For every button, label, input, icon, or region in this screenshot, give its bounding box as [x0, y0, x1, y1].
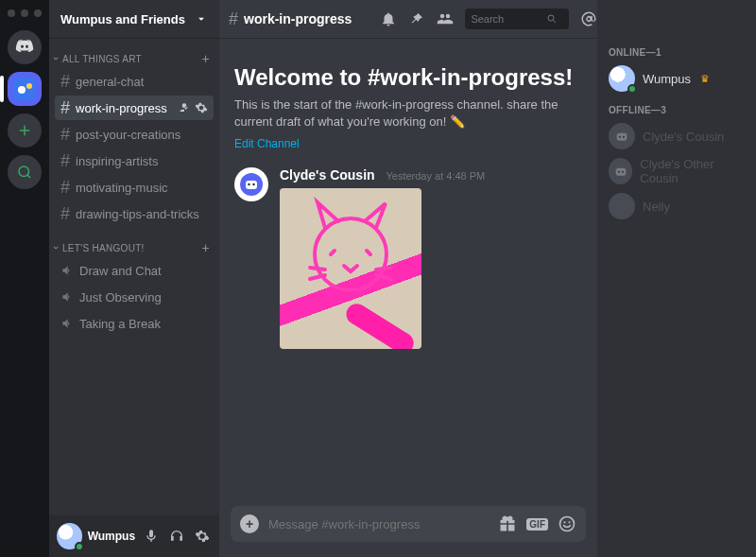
bot-avatar-icon [614, 129, 629, 144]
mentions-icon[interactable] [580, 10, 597, 27]
channel-sidebar: Wumpus and Friends ALL THINGS ART + #gen… [49, 0, 219, 557]
channel-welcome: Welcome to #work-in-progress! This is th… [234, 64, 582, 150]
channel-motivating-music[interactable]: #motivating-music [55, 175, 214, 200]
add-channel-icon[interactable]: + [202, 240, 210, 255]
svg-rect-16 [617, 133, 627, 141]
message-avatar[interactable] [234, 167, 268, 201]
server-avatar-icon [13, 78, 36, 100]
speaker-icon [60, 264, 74, 277]
message-row: Clyde's Cousin Yesterday at 4:48 PM [234, 167, 582, 349]
channel-general-chat[interactable]: #general-chat [55, 69, 214, 94]
welcome-body: This is the start of the #work-in-progre… [234, 96, 575, 130]
channel-inspiring-artists[interactable]: #inspiring-artists [55, 148, 214, 173]
crown-icon: ♛ [700, 73, 710, 85]
header-channel-name: work-in-progress [244, 11, 352, 26]
svg-rect-8 [246, 181, 257, 189]
member-wumpus[interactable]: Wumpus ♛ [605, 61, 748, 96]
svg-point-14 [563, 521, 565, 523]
compass-icon [16, 164, 33, 181]
voice-draw-and-chat[interactable]: Draw and Chat [55, 258, 214, 283]
chat-header: #work-in-progress share the current draf… [219, 0, 597, 38]
voice-taking-break[interactable]: Taking a Break [55, 311, 214, 336]
speaker-icon [60, 317, 74, 330]
speaker-icon [60, 290, 74, 304]
self-username: Wumpus [88, 530, 135, 543]
edit-channel-link[interactable]: Edit Channel [234, 137, 300, 150]
add-server-button[interactable] [8, 113, 42, 148]
message-input[interactable] [268, 517, 489, 531]
mute-button[interactable] [141, 526, 161, 547]
avatar [609, 65, 635, 92]
member-clydes-cousin[interactable]: Clyde's Cousin [605, 119, 748, 153]
members-online-header: ONLINE—1 [609, 47, 745, 58]
svg-point-15 [568, 521, 570, 523]
members-offline-header: OFFLINE—3 [609, 105, 745, 115]
svg-point-9 [248, 183, 249, 185]
discord-logo-icon [15, 38, 34, 57]
headphones-icon [169, 529, 184, 544]
plus-icon [16, 122, 33, 139]
member-nelly[interactable]: Nelly [605, 189, 748, 223]
pin-icon[interactable] [408, 10, 425, 27]
gif-button[interactable]: GIF [526, 518, 548, 531]
bot-avatar-icon [240, 173, 263, 196]
server-header[interactable]: Wumpus and Friends [49, 0, 219, 38]
add-channel-icon[interactable]: + [202, 51, 210, 66]
user-settings-button[interactable] [192, 526, 212, 547]
svg-point-10 [252, 183, 254, 185]
svg-point-17 [619, 136, 621, 138]
members-sidebar: ONLINE—1 Wumpus ♛ OFFLINE—3 Clyde's Cous… [597, 0, 756, 557]
bot-avatar-icon [613, 164, 628, 179]
guild-wumpus-and-friends[interactable] [8, 72, 42, 106]
svg-point-21 [622, 171, 624, 173]
emoji-icon[interactable] [558, 514, 576, 533]
svg-point-3 [19, 166, 29, 177]
guilds-bar [0, 0, 49, 557]
message-timestamp: Yesterday at 4:48 PM [386, 170, 485, 182]
welcome-title: Welcome to #work-in-progress! [234, 64, 582, 91]
svg-point-18 [623, 136, 625, 138]
search-box[interactable] [465, 9, 569, 29]
svg-rect-19 [615, 168, 626, 176]
category-all-things-art[interactable]: ALL THINGS ART + [49, 38, 219, 68]
avatar [609, 123, 635, 149]
channel-work-in-progress[interactable]: # work-in-progress [55, 96, 214, 120]
search-input[interactable] [471, 13, 546, 25]
window-traffic-lights [8, 9, 42, 17]
channel-post-your-creations[interactable]: #post-your-creations [55, 122, 214, 147]
message-attachment[interactable] [280, 188, 421, 349]
voice-just-observing[interactable]: Just Observing [55, 285, 214, 309]
avatar [609, 193, 635, 219]
explore-servers-button[interactable] [8, 155, 42, 189]
deafen-button[interactable] [166, 526, 186, 547]
gear-icon[interactable] [195, 101, 208, 114]
invite-icon[interactable] [178, 101, 191, 114]
svg-rect-12 [342, 300, 418, 349]
avatar [609, 158, 632, 184]
channel-drawing-tips[interactable]: #drawing-tips-and-tricks [55, 201, 214, 226]
attach-button[interactable]: + [240, 514, 259, 533]
server-name: Wumpus and Friends [60, 12, 185, 26]
svg-point-13 [560, 517, 575, 531]
gear-icon [195, 529, 210, 544]
chevron-down-icon [195, 12, 208, 26]
user-panel: Wumpus [49, 515, 219, 557]
message-composer: + GIF [231, 506, 586, 542]
members-toggle-icon[interactable] [437, 10, 454, 27]
svg-point-20 [618, 171, 620, 173]
bell-icon[interactable] [380, 10, 397, 27]
category-lets-hangout[interactable]: LET'S HANGOUT! + [49, 227, 219, 257]
messages-scroll[interactable]: Welcome to #work-in-progress! This is th… [219, 38, 597, 506]
self-avatar[interactable] [57, 523, 82, 549]
chat-area: #work-in-progress share the current draf… [219, 0, 597, 557]
member-clydes-other-cousin[interactable]: Clyde's Other Cousin [605, 153, 748, 189]
home-button[interactable] [8, 30, 42, 64]
message-author[interactable]: Clyde's Cousin [280, 167, 375, 183]
cat-sketch-icon [280, 188, 421, 349]
search-icon [546, 13, 558, 25]
mic-icon [144, 529, 159, 544]
svg-point-2 [26, 83, 32, 89]
svg-point-4 [548, 15, 554, 21]
gift-icon[interactable] [498, 514, 517, 533]
svg-point-1 [18, 86, 26, 94]
